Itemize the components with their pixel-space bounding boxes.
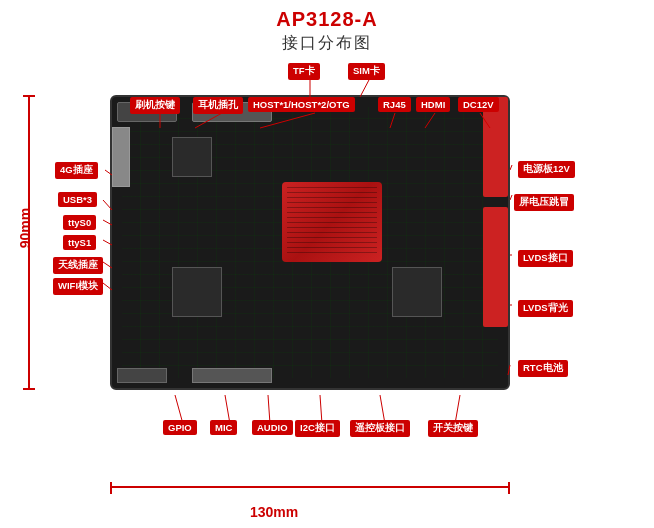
label-i2c: I2C接口	[295, 420, 340, 437]
label-tf-card: TF卡	[288, 63, 320, 80]
pcb-board	[110, 95, 510, 390]
label-gpio: GPIO	[163, 420, 197, 435]
dim-bottom-right-cap	[508, 482, 510, 494]
label-lvds-port: LVDS接口	[518, 250, 573, 267]
label-ttys0: ttyS0	[63, 215, 96, 230]
label-4g-slot: 4G插座	[55, 162, 98, 179]
usb-ports-visual	[112, 127, 130, 187]
label-usb3: USB*3	[58, 192, 97, 207]
label-power-key: 开关按键	[428, 420, 478, 437]
chip-1	[172, 137, 212, 177]
heatsink	[282, 182, 382, 262]
label-power-12v: 电源板12V	[518, 161, 575, 178]
page-container: AP3128-A 接口分布图 90mm 130mm	[0, 0, 654, 528]
conn-right-top	[483, 97, 508, 197]
board-area	[110, 95, 510, 395]
label-wifi: WIFI模块	[53, 278, 103, 295]
chip-2	[172, 267, 222, 317]
label-sim-card: SIM卡	[348, 63, 385, 80]
label-lvds-backlight: LVDS背光	[518, 300, 573, 317]
label-host-otg: HOST*1/HOST*2/OTG	[248, 97, 355, 112]
page-title: AP3128-A	[0, 0, 654, 31]
svg-line-15	[510, 195, 512, 200]
page-subtitle: 接口分布图	[0, 33, 654, 54]
label-ttys1: ttyS1	[63, 235, 96, 250]
conn-bottom-left	[117, 368, 167, 383]
conn-bottom-mid	[192, 368, 272, 383]
label-mic: MIC	[210, 420, 237, 435]
label-remote: 遥控板接口	[350, 420, 410, 437]
dim-left-bot-cap	[23, 388, 35, 390]
label-reboot-key: 刷机按键	[130, 97, 180, 114]
label-rtc-battery: RTC电池	[518, 360, 568, 377]
label-rj45: RJ45	[378, 97, 411, 112]
label-earphone: 耳机插孔	[193, 97, 243, 114]
dim-left-top-cap	[23, 95, 35, 97]
label-screen-volt: 屏电压跳冒	[514, 194, 574, 211]
dim-width-label: 130mm	[250, 504, 298, 520]
label-hdmi: HDMI	[416, 97, 450, 112]
label-dc12v: DC12V	[458, 97, 499, 112]
dim-bottom-left-cap	[110, 482, 112, 494]
label-antenna: 天线插座	[53, 257, 103, 274]
conn-right-mid	[483, 207, 508, 327]
chip-3	[392, 267, 442, 317]
label-audio: AUDIO	[252, 420, 293, 435]
dim-height-label: 90mm	[17, 208, 33, 248]
svg-line-14	[510, 165, 512, 170]
dim-bottom-line	[110, 486, 510, 488]
